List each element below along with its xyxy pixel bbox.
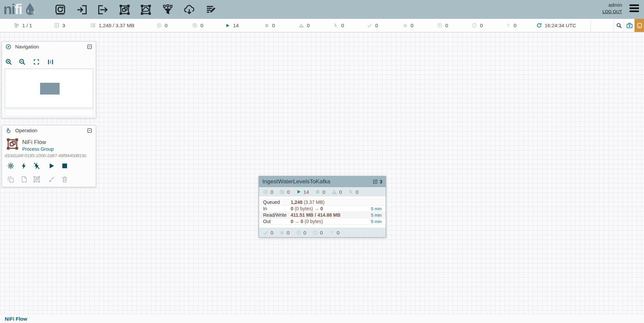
invalid-icon xyxy=(298,23,304,28)
unversioned-icon xyxy=(505,23,511,28)
breadcrumb-bar: NiFi Flow xyxy=(0,314,644,323)
drag-label-button[interactable] xyxy=(204,3,217,16)
start-button[interactable] xyxy=(47,162,56,170)
metric-row-out: Out 0 → 0 (0 bytes) 5 min xyxy=(259,218,386,224)
drag-input-port-button[interactable] xyxy=(75,3,88,16)
enable-button[interactable] xyxy=(20,162,28,170)
search-icon xyxy=(616,23,622,29)
current-user: admin xyxy=(602,2,622,8)
disable-button[interactable] xyxy=(33,162,41,170)
status-bar: 1 / 1 3 1,248 / 3.37 MB 0 0 14 0 0 0 0 0… xyxy=(0,19,644,32)
collapse-operation-button[interactable] xyxy=(87,128,92,133)
sync-failure-icon xyxy=(312,230,318,236)
drag-funnel-button[interactable] xyxy=(161,3,174,16)
drag-processor-button[interactable] xyxy=(54,3,67,16)
drag-process-group-button[interactable] xyxy=(118,3,131,16)
stat-queued: 1,248 / 3.37 MB xyxy=(90,19,134,32)
bolt-slash-icon xyxy=(33,162,41,170)
last-refresh[interactable]: 16:24:34 UTC xyxy=(536,19,576,32)
stopped-icon xyxy=(264,23,269,28)
logout-link[interactable]: LOG OUT xyxy=(602,9,622,14)
output-port-icon xyxy=(97,4,109,15)
up-to-date-icon xyxy=(367,23,373,28)
global-menu-button[interactable] xyxy=(630,4,639,12)
hamburger-icon xyxy=(630,4,639,6)
flow-analysis-button[interactable] xyxy=(624,19,635,32)
process-group-version-strip: 0 0 0 0 0 xyxy=(259,228,386,237)
stop-button[interactable] xyxy=(61,162,69,170)
birdseye-minimap[interactable] xyxy=(5,69,93,108)
hand-icon xyxy=(5,128,11,134)
stat-sync-failure: 0 xyxy=(472,19,483,32)
bulletins-icon xyxy=(637,23,643,29)
unversioned-icon xyxy=(329,230,334,236)
drag-output-port-button[interactable] xyxy=(97,3,109,16)
navigation-tools xyxy=(2,55,57,69)
play-icon xyxy=(48,162,55,170)
process-group-component[interactable]: IngestWaterLevelsToKafka 3 0 0 14 0 0 0 … xyxy=(259,176,386,238)
search-button[interactable] xyxy=(614,19,624,32)
bolt-icon xyxy=(20,162,28,170)
stat-running: 14 xyxy=(225,19,239,32)
transmitting-icon xyxy=(263,189,268,195)
app-header: nifi admin LOG OUT xyxy=(0,0,644,19)
gear-icon xyxy=(7,162,14,170)
paste-button[interactable] xyxy=(20,175,28,183)
stat-component-count: 3 xyxy=(54,19,65,32)
input-port-icon xyxy=(76,4,88,15)
delete-button[interactable] xyxy=(61,175,69,183)
change-color-button[interactable] xyxy=(47,175,56,183)
processor-icon xyxy=(55,4,66,15)
divider xyxy=(590,19,591,32)
disabled-icon xyxy=(333,23,339,28)
stat-transmitting: 0 xyxy=(156,19,167,32)
trash-icon xyxy=(61,176,68,183)
metric-row-in: In 0 (0 bytes) → 0 5 min xyxy=(259,205,386,212)
process-group-count: 3 xyxy=(373,179,382,184)
collapse-navigation-button[interactable] xyxy=(87,44,92,49)
not-transmitting-icon xyxy=(192,23,198,28)
zoom-in-icon xyxy=(5,58,12,66)
operation-panel-header[interactable]: Operation xyxy=(2,125,96,135)
stat-stale: 0 xyxy=(437,19,448,32)
breadcrumb-root[interactable]: NiFi Flow xyxy=(5,316,27,322)
transmitting-icon xyxy=(156,23,162,28)
zoom-out-button[interactable] xyxy=(15,58,29,66)
stop-icon xyxy=(61,162,69,170)
disabled-icon xyxy=(348,189,354,195)
fit-icon xyxy=(33,59,40,65)
bulletins-button[interactable] xyxy=(635,19,644,32)
running-icon xyxy=(225,23,230,28)
navigation-panel-header[interactable]: Navigation xyxy=(2,42,96,51)
funnel-icon xyxy=(162,4,173,15)
sync-failure-icon xyxy=(472,23,477,28)
zoom-out-icon xyxy=(19,58,26,66)
birdseye-footer xyxy=(5,109,93,116)
drag-template-button[interactable] xyxy=(183,3,196,16)
logo-text-ni: ni xyxy=(3,1,14,17)
template-icon xyxy=(184,4,195,15)
configure-button[interactable] xyxy=(7,162,15,170)
stat-stopped: 0 xyxy=(264,19,275,32)
process-group-header[interactable]: IngestWaterLevelsToKafka 3 xyxy=(259,176,386,187)
list-icon xyxy=(90,23,96,28)
stopped-icon xyxy=(315,189,320,194)
drag-remote-process-group-button[interactable] xyxy=(139,3,152,16)
compass-icon xyxy=(5,44,11,50)
process-group-name: IngestWaterLevelsToKafka xyxy=(262,178,373,185)
actual-size-icon xyxy=(47,58,54,66)
flow-canvas[interactable]: IngestWaterLevelsToKafka 3 0 0 14 0 0 0 … xyxy=(0,32,644,314)
birdseye-viewport-rect[interactable] xyxy=(40,83,60,95)
copy-button[interactable] xyxy=(7,175,15,183)
flow-analysis-icon xyxy=(626,22,633,29)
navigation-panel-title: Navigation xyxy=(15,44,87,49)
zoom-fit-button[interactable] xyxy=(29,59,44,65)
zoom-in-button[interactable] xyxy=(2,58,15,66)
group-button[interactable] xyxy=(33,175,41,183)
actual-size-button[interactable] xyxy=(44,58,57,66)
operation-actions-primary xyxy=(2,162,96,170)
brush-icon xyxy=(48,176,55,183)
up-to-date-icon xyxy=(263,230,268,236)
cluster-icon xyxy=(13,23,20,29)
stat-connected-nodes: 1 / 1 xyxy=(13,19,32,32)
